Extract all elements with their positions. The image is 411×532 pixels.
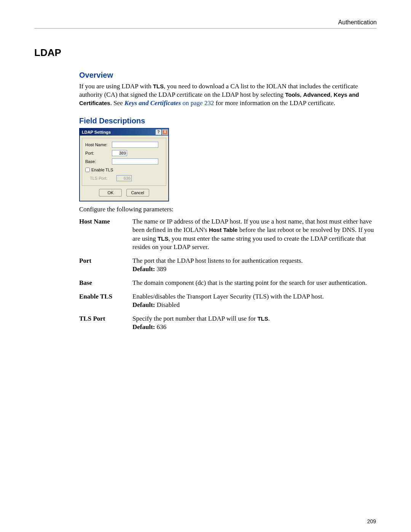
field-desc: The name or IP address of the LDAP host.… [132, 217, 380, 256]
dialog-title: LDAP Settings [82, 129, 111, 135]
field-name: Port [79, 257, 132, 279]
field-desc-heading: Field Descriptions [79, 116, 380, 126]
field-desc-intro: Configure the following parameters: [79, 205, 380, 214]
field-name: TLS Port [79, 315, 132, 337]
field-name: Enable TLS [79, 292, 132, 315]
field-name: Base [79, 279, 132, 292]
divider [34, 28, 377, 29]
field-name: Host Name [79, 217, 132, 256]
table-row: TLS Port Specify the port number that LD… [79, 315, 380, 337]
table-row: Port The port that the LDAP host listens… [79, 257, 380, 279]
field-desc: The domain component (dc) that is the st… [132, 279, 380, 292]
close-icon[interactable]: X [162, 129, 168, 135]
field-descriptions-table: Host Name The name or IP address of the … [79, 217, 380, 337]
dialog-titlebar: LDAP Settings ? X [80, 128, 169, 136]
field-desc: The port that the LDAP host listens to f… [132, 257, 380, 279]
help-icon[interactable]: ? [156, 129, 161, 135]
port-input[interactable] [112, 150, 127, 156]
breadcrumb: Authentication [34, 19, 377, 26]
overview-heading: Overview [79, 70, 380, 80]
tools-label: Tools [285, 91, 300, 98]
tls-label: TLS [153, 83, 164, 89]
cancel-button[interactable]: Cancel [126, 189, 149, 197]
tls-port-input [116, 175, 132, 181]
keys-certs-link[interactable]: Keys and Certificates [124, 99, 181, 107]
field-desc: Specify the port number that LDAP will u… [132, 315, 380, 337]
port-label: Port: [85, 150, 112, 156]
page-title: LDAP [34, 47, 377, 59]
host-name-label: Host Name: [85, 142, 112, 147]
enable-tls-checkbox[interactable] [85, 168, 90, 172]
overview-text: If you are using LDAP with TLS, you need… [79, 82, 380, 107]
page-number: 209 [367, 518, 376, 524]
table-row: Base The domain component (dc) that is t… [79, 279, 380, 292]
keys-certs-link-page[interactable]: on page 232 [181, 99, 214, 107]
ldap-settings-dialog: LDAP Settings ? X Host Name: Port: [79, 128, 169, 201]
table-row: Host Name The name or IP address of the … [79, 217, 380, 256]
base-input[interactable] [112, 158, 158, 165]
table-row: Enable TLS Enables/disables the Transpor… [79, 292, 380, 315]
tls-port-label: TLS Port: [85, 176, 116, 181]
advanced-label: Advanced [303, 91, 331, 98]
dialog-form-group: Host Name: Port: Base: [82, 138, 166, 186]
ok-button[interactable]: OK [99, 189, 122, 197]
field-desc: Enables/disables the Transport Layer Sec… [132, 292, 380, 315]
host-name-input[interactable] [112, 142, 158, 148]
base-label: Base: [85, 159, 112, 164]
enable-tls-label: Enable TLS [91, 167, 113, 173]
